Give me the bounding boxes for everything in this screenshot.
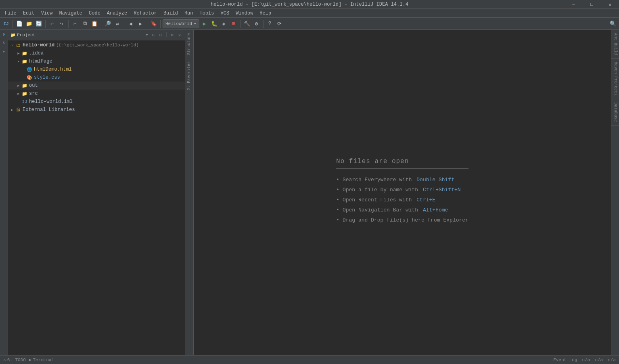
root-expand-arrow: ▾ bbox=[10, 43, 15, 48]
ant-build-tab[interactable]: Ant Build bbox=[611, 30, 619, 59]
project-panel-dropdown-arrow[interactable]: ▾ bbox=[146, 32, 148, 38]
src-arrow: ▶ bbox=[16, 91, 21, 96]
ext-libs-label: External Libraries bbox=[23, 107, 75, 113]
menu-view[interactable]: View bbox=[38, 9, 56, 18]
out-folder-icon: 📁 bbox=[22, 83, 27, 88]
toolbar-sep-8 bbox=[240, 20, 240, 28]
navigate-back-button[interactable]: ◀ bbox=[126, 19, 135, 28]
menu-tools[interactable]: Tools bbox=[197, 9, 217, 18]
event-log-item[interactable]: Event Log bbox=[553, 358, 577, 362]
stylecss-icon: 🎨 bbox=[27, 75, 32, 80]
toolbar-sep-1 bbox=[13, 20, 13, 28]
tree-iml[interactable]: IJ hello-world.iml bbox=[8, 98, 185, 106]
tree-htmldemo[interactable]: 🌐 htmlDemo.html bbox=[8, 65, 185, 73]
menu-code[interactable]: Code bbox=[86, 9, 104, 18]
hint-open-name-shortcut: Ctrl+Shift+N bbox=[423, 187, 461, 193]
menu-help[interactable]: Help bbox=[256, 9, 274, 18]
tree-idea[interactable]: ▶ 📁 .idea bbox=[8, 49, 185, 57]
run-button[interactable]: ▶ bbox=[200, 19, 209, 28]
structure-tab[interactable]: Structure bbox=[186, 30, 193, 58]
copy-button[interactable]: ⧉ bbox=[80, 19, 89, 28]
tree-htmlpage[interactable]: ▾ 📁 htmlPage bbox=[8, 57, 185, 65]
help-button[interactable]: ? bbox=[266, 19, 274, 28]
toolbar-sep-3 bbox=[68, 20, 69, 28]
project-close-icon[interactable]: ✕ bbox=[176, 32, 183, 38]
project-panel-icon[interactable]: P bbox=[0, 31, 8, 39]
database-tab[interactable]: Database bbox=[611, 99, 619, 126]
stop-button[interactable]: ■ bbox=[229, 19, 238, 28]
position2-item: n/a bbox=[595, 358, 603, 362]
debug-button[interactable]: 🐛 bbox=[210, 19, 219, 28]
tree-src[interactable]: ▶ 📁 src bbox=[8, 90, 185, 98]
position-label: n/a bbox=[582, 358, 590, 362]
terminal-icon: ▶ bbox=[29, 357, 32, 362]
hint-drag-drop: Drag and Drop file(s) here from Explorer bbox=[336, 217, 468, 223]
toolbar-sep-6 bbox=[147, 20, 147, 28]
todo-status-item[interactable]: ⚠ 6: TODO bbox=[3, 357, 26, 362]
menu-run[interactable]: Run bbox=[181, 9, 197, 18]
favorites-tab[interactable]: 2: Favorites bbox=[186, 58, 193, 92]
menu-vcs[interactable]: VCS bbox=[217, 9, 233, 18]
editor-area: No files are open Search Everywhere with… bbox=[194, 30, 611, 355]
run-config-dropdown[interactable]: HelloWorld ▾ bbox=[163, 19, 199, 28]
menu-edit[interactable]: Edit bbox=[20, 9, 38, 18]
tree-out[interactable]: ▶ 📁 out bbox=[8, 82, 185, 90]
maximize-button[interactable]: □ bbox=[583, 0, 601, 9]
menu-build[interactable]: Build bbox=[160, 9, 181, 18]
toolbar-wrapper: IJ 📄 📁 🔄 ↩ ↪ ✂ ⧉ 📋 🔎 ⇄ ◀ ▶ 🔖 HelloWorld … bbox=[0, 18, 619, 30]
favorites-icon[interactable]: ★ bbox=[0, 48, 8, 55]
encoding-item: n/a bbox=[608, 358, 616, 362]
root-path: (E:\git_work_space\hello-world) bbox=[56, 43, 139, 48]
stylecss-label: style.css bbox=[34, 75, 60, 80]
structure-icon[interactable]: S bbox=[0, 40, 8, 47]
undo-button[interactable]: ↩ bbox=[48, 19, 56, 28]
toolbar-sep-5 bbox=[124, 20, 124, 28]
menu-analyze[interactable]: Analyze bbox=[104, 9, 130, 18]
htmldemo-label: htmlDemo.html bbox=[34, 67, 72, 72]
menu-bar: File Edit View Navigate Code Analyze Ref… bbox=[0, 9, 619, 18]
navigate-forward-button[interactable]: ▶ bbox=[136, 19, 145, 28]
open-button[interactable]: 📁 bbox=[25, 19, 33, 28]
maven-projects-tab[interactable]: Maven Projects bbox=[611, 59, 619, 99]
menu-navigate[interactable]: Navigate bbox=[56, 9, 86, 18]
idea-label: .idea bbox=[29, 50, 44, 56]
menu-file[interactable]: File bbox=[2, 9, 20, 18]
settings-button[interactable]: ⚙ bbox=[252, 19, 261, 28]
hint-nav-text: Open Navigation Bar with bbox=[343, 207, 421, 213]
new-file-button[interactable]: 📄 bbox=[15, 19, 24, 28]
project-scroll-to-source-icon[interactable]: ⊙ bbox=[150, 32, 157, 38]
search-everywhere-button[interactable]: 🔍 bbox=[609, 19, 617, 28]
toolbar-sep-2 bbox=[45, 20, 46, 28]
update-button[interactable]: ⟳ bbox=[275, 19, 284, 28]
hint-nav-shortcut: Alt+Home bbox=[423, 207, 448, 213]
build-button[interactable]: 🔨 bbox=[243, 19, 251, 28]
project-tree: ▾ 🗂 hello-world (E:\git_work_space\hello… bbox=[8, 40, 185, 355]
no-files-container: No files are open Search Everywhere with… bbox=[328, 150, 477, 235]
menu-refactor[interactable]: Refactor bbox=[130, 9, 160, 18]
find-button[interactable]: 🔎 bbox=[103, 19, 112, 28]
tree-root[interactable]: ▾ 🗂 hello-world (E:\git_work_space\hello… bbox=[8, 41, 185, 49]
bookmarks-button[interactable]: 🔖 bbox=[149, 19, 158, 28]
src-label: src bbox=[29, 91, 38, 96]
htmlpage-arrow: ▾ bbox=[16, 59, 21, 64]
redo-button[interactable]: ↪ bbox=[57, 19, 66, 28]
menu-window[interactable]: Window bbox=[232, 9, 256, 18]
cut-button[interactable]: ✂ bbox=[71, 19, 79, 28]
header-sep: | bbox=[165, 32, 168, 38]
minimize-button[interactable]: ─ bbox=[565, 0, 583, 9]
tree-external-libs[interactable]: ▶ 🏛 External Libraries bbox=[8, 106, 185, 114]
paste-button[interactable]: 📋 bbox=[90, 19, 99, 28]
project-settings-icon[interactable]: ⚙ bbox=[169, 32, 176, 38]
toolbar: IJ 📄 📁 🔄 ↩ ↪ ✂ ⧉ 📋 🔎 ⇄ ◀ ▶ 🔖 HelloWorld … bbox=[0, 18, 619, 30]
out-label: out bbox=[29, 83, 38, 88]
htmldemo-icon: 🌐 bbox=[27, 67, 32, 72]
synchronize-button[interactable]: 🔄 bbox=[34, 19, 43, 28]
project-panel-header: 📁 Project ▾ ⊙ ⊖ | ⚙ ✕ bbox=[8, 30, 185, 40]
replace-button[interactable]: ⇄ bbox=[113, 19, 122, 28]
terminal-status-item[interactable]: ▶ Terminal bbox=[29, 357, 54, 362]
close-button[interactable]: ✕ bbox=[601, 0, 619, 9]
run-with-coverage-button[interactable]: ◈ bbox=[220, 19, 228, 28]
project-collapse-icon[interactable]: ⊖ bbox=[157, 32, 164, 38]
tree-stylecss[interactable]: 🎨 style.css bbox=[8, 73, 185, 82]
position-item: n/a bbox=[582, 358, 590, 362]
